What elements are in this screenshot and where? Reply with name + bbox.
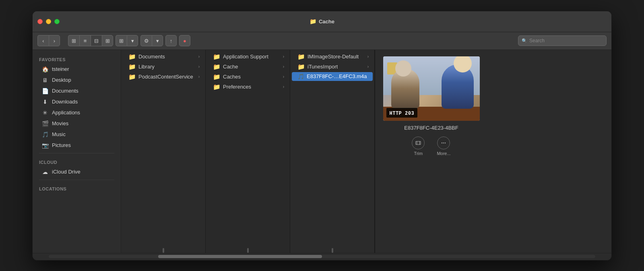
view-icon-button[interactable]: ⊞: [68, 35, 79, 46]
col3-item-imagestore[interactable]: 📁 IMImageStore-Default ›: [292, 52, 373, 62]
folder-icon: 📁: [213, 53, 221, 60]
head-right: [454, 56, 472, 72]
sidebar-item-downloads[interactable]: ⬇ Downloads: [35, 97, 118, 107]
folder-icon: 📁: [213, 63, 221, 70]
view-gallery-button[interactable]: ⊞: [102, 35, 113, 46]
maximize-button[interactable]: [54, 19, 60, 24]
col1-item-library[interactable]: 📁 Library ›: [123, 62, 204, 72]
svg-point-4: [443, 142, 444, 143]
movies-icon: 🎬: [41, 120, 49, 127]
col1-item-documents[interactable]: 📁 Documents ›: [123, 52, 204, 62]
sidebar-divider: [39, 153, 114, 153]
sidebar-item-label: Documents: [52, 88, 78, 94]
close-button[interactable]: [37, 19, 43, 24]
finder-window: 📁 Cache ‹ › ⊞ ≡ ⊟ ⊞ ⊞ ▾ ⚙ ▾ ↑: [32, 11, 612, 261]
col-resizer-3[interactable]: [332, 248, 333, 253]
view-option-button[interactable]: ⊞: [116, 35, 127, 46]
col-resizer-2[interactable]: [247, 248, 249, 253]
col-item-name: Preferences: [223, 84, 251, 90]
sidebar-item-desktop[interactable]: 🖥 Desktop: [35, 75, 118, 85]
col-item-name: PodcastContentService: [138, 74, 193, 80]
chevron-right-icon: ›: [198, 74, 200, 79]
col3-item-e837file[interactable]: 🎵 E837F8FC-…E4FC3.m4a: [292, 72, 373, 81]
col2-item-cache[interactable]: 📁 Cache ›: [207, 62, 288, 72]
folder-icon: 📁: [297, 53, 305, 60]
columns-area: 📁 Documents › 📁 Library › 📁 PodcastCo: [121, 50, 611, 253]
action-gear-button[interactable]: ⚙: [140, 35, 152, 46]
sidebar-item-tsteiner[interactable]: 🏠 tsteiner: [35, 64, 118, 74]
sidebar-item-label: Desktop: [52, 77, 71, 83]
col-item-name: E837F8FC-…E4FC3.m4a: [307, 73, 367, 79]
nav-buttons: ‹ ›: [37, 35, 60, 46]
horizontal-scrollthumb[interactable]: [158, 255, 322, 258]
preview-filename: E837F8FC-4E23-4BBF: [404, 125, 458, 131]
sidebar-item-documents[interactable]: 📄 Documents: [35, 86, 118, 96]
view-option-arrow[interactable]: ▾: [127, 35, 138, 46]
folder-icon: 📁: [128, 63, 136, 70]
thumbnail-bg: HTTP 203: [383, 56, 480, 121]
share-button[interactable]: ↑: [165, 35, 177, 46]
action-gear-arrow[interactable]: ▾: [152, 35, 163, 46]
chevron-right-icon: ›: [283, 74, 284, 79]
view-list-button[interactable]: ≡: [79, 35, 91, 46]
chevron-right-icon: ›: [283, 54, 284, 59]
sidebar-item-movies[interactable]: 🎬 Movies: [35, 118, 118, 129]
chevron-right-icon: ›: [367, 64, 369, 69]
chevron-right-icon: ›: [198, 54, 200, 59]
bottom-scrollbar: [33, 253, 611, 260]
folder-icon: 📁: [128, 73, 136, 81]
action-dropdown: ⚙ ▾: [140, 35, 163, 46]
col1-item-podcast[interactable]: 📁 PodcastContentService ›: [123, 72, 204, 82]
locations-label: Locations: [33, 182, 121, 193]
forward-icon: ›: [54, 38, 55, 44]
horizontal-scrolltrack[interactable]: [49, 255, 595, 258]
folder-icon: 📁: [213, 73, 221, 81]
more-label: More...: [437, 151, 450, 156]
view-column-button[interactable]: ⊟: [91, 35, 102, 46]
search-icon: 🔍: [522, 38, 527, 43]
toolbar: ‹ › ⊞ ≡ ⊟ ⊞ ⊞ ▾ ⚙ ▾ ↑ ● 🔍: [33, 32, 611, 50]
desktop-icon: 🖥: [41, 77, 49, 84]
column-3: 📁 IMImageStore-Default › 📁 iTunesImport …: [290, 50, 375, 253]
applications-icon: ✳: [41, 109, 49, 116]
svg-point-5: [445, 142, 446, 143]
view-dropdown: ⊞ ▾: [116, 35, 138, 46]
sidebar-item-label: Applications: [52, 110, 80, 116]
icloud-icon: ☁: [41, 168, 49, 176]
forward-button[interactable]: ›: [49, 35, 60, 46]
back-icon: ‹: [42, 38, 44, 44]
sidebar-divider-2: [39, 180, 114, 180]
sidebar-item-icloud-drive[interactable]: ☁ iCloud Drive: [35, 167, 118, 177]
more-action[interactable]: More...: [437, 137, 450, 156]
col-item-name: Library: [138, 64, 155, 70]
sidebar-item-pictures[interactable]: 📷 Pictures: [35, 140, 118, 151]
back-button[interactable]: ‹: [37, 35, 49, 46]
col2-item-preferences[interactable]: 📁 Preferences ›: [207, 82, 288, 92]
sidebar-item-label: iCloud Drive: [52, 169, 80, 175]
sidebar-item-label: Downloads: [52, 99, 78, 105]
search-input[interactable]: [529, 38, 603, 43]
preview-thumbnail: HTTP 203: [383, 56, 480, 121]
search-box: 🔍: [518, 35, 607, 46]
sidebar-item-music[interactable]: 🎵 Music: [35, 129, 118, 140]
col2-item-caches[interactable]: 📁 Caches ›: [207, 72, 288, 82]
file-icon: 🎵: [297, 73, 304, 80]
folder-icon: 📁: [213, 83, 221, 91]
col2-item-app-support[interactable]: 📁 Application Support ›: [207, 52, 288, 62]
col-item-name: Cache: [223, 64, 238, 70]
trim-action[interactable]: Trim: [412, 137, 425, 156]
col-item-name: Caches: [223, 74, 241, 80]
chevron-right-icon: ›: [367, 54, 369, 59]
chevron-right-icon: ›: [198, 64, 200, 69]
column-1: 📁 Documents › 📁 Library › 📁 PodcastCo: [121, 50, 206, 253]
music-icon: 🎵: [41, 131, 49, 138]
tag-button[interactable]: ●: [179, 35, 190, 46]
preview-panel: HTTP 203 E837F8FC-4E23-4BBF: [375, 50, 487, 253]
col-item-name: IMImageStore-Default: [308, 54, 359, 60]
sidebar-item-applications[interactable]: ✳ Applications: [35, 108, 118, 118]
chevron-right-icon: ›: [283, 64, 284, 69]
minimize-button[interactable]: [46, 19, 51, 24]
col3-item-itunesimport[interactable]: 📁 iTunesImport ›: [292, 62, 373, 72]
view-buttons: ⊞ ≡ ⊟ ⊞: [68, 35, 113, 46]
col-resizer-1[interactable]: [163, 248, 164, 253]
